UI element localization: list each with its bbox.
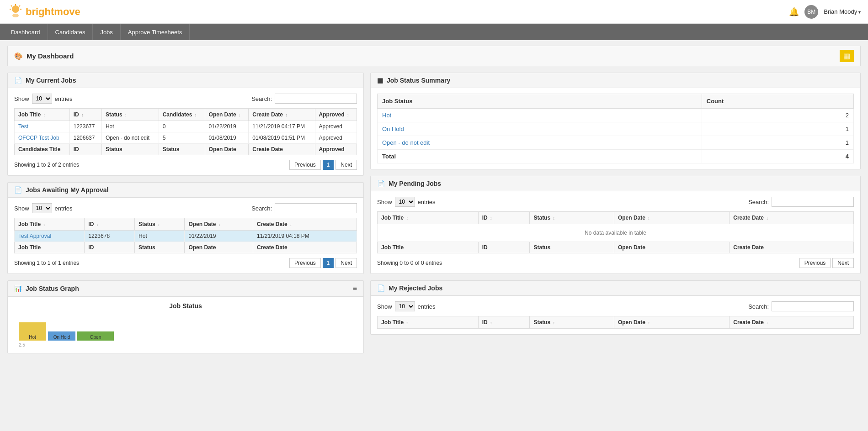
showing-entries: Showing 1 to 1 of 1 entries [14,260,79,266]
col-id[interactable]: ID ↕ [478,316,530,329]
tfoot-status: Status [530,242,614,253]
awaiting-pagination: Showing 1 to 1 of 1 entries Previous 1 N… [14,258,357,268]
my-current-jobs-card: 📄 My Current Jobs Show 102550 entries [7,73,364,176]
next-button[interactable]: Next [335,160,357,170]
entries-label: entries [418,199,436,205]
summary-row: Open - do not edit 1 [378,136,854,150]
col-status[interactable]: Status ↕ [530,212,614,224]
col-open-date[interactable]: Open Date ↕ [614,316,729,329]
tfoot-id: ID [69,144,101,155]
job-title-link[interactable]: Test [18,123,28,130]
no-data-cell: No data available in table [378,224,854,242]
col-create-date[interactable]: Create Date ↓ [730,212,854,224]
job-title-link[interactable]: OFCCP Test Job [18,135,59,141]
col-candidates[interactable]: Candidates ↕ [159,109,205,121]
job-title-link[interactable]: Test Approval [18,233,51,239]
job-title-cell: Test [15,121,70,132]
user-name[interactable]: Brian Moody [824,8,861,15]
col-create-date[interactable]: Create Date ↕ [249,109,315,121]
current-jobs-thead-row: Job Title ↕ ID ↕ Status ↕ Candidates ↕ O… [15,109,357,121]
bell-icon[interactable]: 🔔 [789,7,799,17]
col-right: ▦ Job Status Summary Job Status Count [370,73,861,353]
col-job-title[interactable]: Job Title ↕ [378,212,479,224]
onhold-link[interactable]: On Hold [382,126,404,132]
pagination-controls: Previous 1 Next [289,258,357,268]
col-job-status: Job Status [378,94,702,109]
status-cell: Open - do not edit [378,136,702,150]
open-link[interactable]: Open - do not edit [382,139,430,146]
current-jobs-controls: Show 102550 entries Search: [14,94,357,104]
col-create-date[interactable]: Create Date ↓ [253,218,357,231]
col-open-date[interactable]: Open Date ↓ [205,109,249,121]
col-id[interactable]: ID ↕ [85,218,135,231]
tfoot-create-date: Create Date [253,242,357,253]
col-status[interactable]: Status ↕ [101,109,159,121]
prev-button[interactable]: Previous [289,258,321,268]
tfoot-job-title: Job Title [378,242,479,253]
next-button[interactable]: Next [335,258,357,268]
dashboard-header: 🎨 My Dashboard ▦ [7,46,861,66]
svg-point-0 [12,5,19,13]
graph-title-label: Job Status Graph [26,285,79,292]
col-open-date[interactable]: Open Date ↕ [185,218,253,231]
show-entries-select[interactable]: 102550 [395,301,415,311]
col-status[interactable]: Status ↕ [530,316,614,329]
col-open-date[interactable]: Open Date ↕ [614,212,729,224]
job-status-summary-card: ▦ Job Status Summary Job Status Count [370,73,861,169]
next-button[interactable]: Next [832,258,854,268]
page-number[interactable]: 1 [323,160,334,170]
show-entries-select[interactable]: 102550 [32,94,52,104]
nav-dashboard[interactable]: Dashboard [4,24,48,40]
search-label: Search: [748,303,769,310]
count-cell: 2 [702,109,853,122]
logo: brightmove [7,4,80,20]
search-input[interactable] [772,301,854,311]
svg-line-3 [11,5,12,6]
tfoot-open-date: Open Date [614,242,729,253]
status-cell: On Hold [378,122,702,136]
page-number[interactable]: 1 [323,258,334,268]
search-input[interactable] [275,94,357,104]
col-job-title[interactable]: Job Title ↕ [15,109,70,121]
grid-icon-button[interactable]: ▦ [840,50,854,62]
rejected-table: Job Title ↕ ID ↕ Status ↕ Open Date ↕ Cr… [377,316,854,329]
current-jobs-table: Job Title ↕ ID ↕ Status ↕ Candidates ↕ O… [14,108,357,155]
y-axis-label: 2.5 [14,342,357,347]
open-date-cell: 01/22/2019 [185,231,253,242]
awaiting-body: Show 102550 entries Search: [8,198,363,273]
col-job-title[interactable]: Job Title ↕ [378,316,479,329]
col-id[interactable]: ID ↕ [69,109,101,121]
nav-jobs[interactable]: Jobs [93,24,120,40]
prev-button[interactable]: Previous [289,160,321,170]
nav-candidates[interactable]: Candidates [48,24,93,40]
header: brightmove 🔔 BM Brian Moody [0,0,868,24]
pending-controls: Show 102550 entries Search: [377,197,854,207]
tfoot-open-date: Open Date [185,242,253,253]
col-job-title[interactable]: Job Title ↕ [15,218,85,231]
show-label: Show [377,199,392,205]
col-status[interactable]: Status ↕ [135,218,185,231]
tfoot-create-date: Create Date [730,242,854,253]
col-approved[interactable]: Approved ↕ [315,109,357,121]
search-box: Search: [748,301,854,311]
create-date-cell: 11/21/2019 04:18 PM [253,231,357,242]
pagination-controls: Previous Next [799,258,854,268]
show-entries-select[interactable]: 102550 [32,203,52,213]
col-id[interactable]: ID ↕ [478,212,530,224]
search-input[interactable] [275,203,357,213]
show-entries-select[interactable]: 102550 [395,197,415,207]
nav-approve-timesheets[interactable]: Approve Timesheets [121,24,190,40]
hamburger-icon[interactable]: ≡ [353,284,357,293]
tfoot-approved: Approved [315,144,357,155]
header-right: 🔔 BM Brian Moody [789,5,861,19]
pending-thead-row: Job Title ↕ ID ↕ Status ↕ Open Date ↕ Cr… [378,212,854,224]
search-input[interactable] [772,197,854,207]
awaiting-thead-row: Job Title ↕ ID ↕ Status ↕ Open Date ↕ Cr… [15,218,357,231]
col-create-date[interactable]: Create Date ↓ [730,316,854,329]
hot-link[interactable]: Hot [382,112,391,119]
total-label: Total [378,150,702,163]
pending-pagination: Showing 0 to 0 of 0 entries Previous Nex… [377,258,854,268]
tfoot-status: Status [135,242,185,253]
prev-button[interactable]: Previous [799,258,831,268]
entries-label: entries [55,205,73,212]
